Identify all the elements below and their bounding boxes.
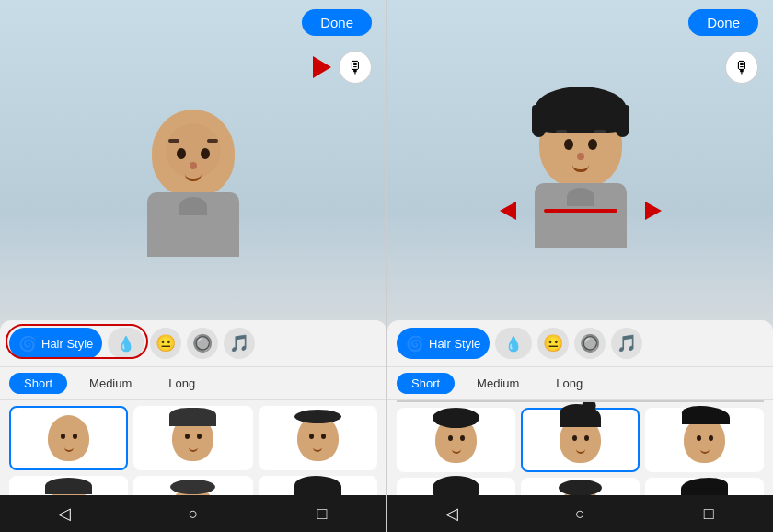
shirt <box>147 192 239 257</box>
right-mini-eyes-1 <box>448 435 465 441</box>
left-face-tab[interactable]: 😐 <box>150 328 181 359</box>
right-mini-hair-1 <box>433 408 479 428</box>
face-icon: 😐 <box>156 333 176 353</box>
hair-style-label: Hair Style <box>41 337 93 351</box>
right-mini-mouth-1 <box>452 449 461 454</box>
left-color-tab[interactable]: 💧 <box>108 328 144 359</box>
left-home-nav[interactable]: ○ <box>179 500 207 527</box>
left-hair-style-tab[interactable]: 🌀 Hair Style <box>9 328 102 359</box>
mini-mouth-3 <box>313 447 322 452</box>
left-glasses-tab[interactable]: 🔘 <box>187 328 218 359</box>
right-right-eye <box>588 139 597 150</box>
swipe-left-arrow <box>500 202 516 220</box>
right-face-tab[interactable]: 😐 <box>537 328 569 359</box>
left-panel: Done 🎙 <box>0 0 386 532</box>
left-hair-item-3[interactable] <box>259 406 377 470</box>
right-mini-avatar-1 <box>435 417 477 463</box>
right-eye <box>201 148 210 159</box>
mini-hair-5 <box>170 480 215 494</box>
right-glasses-tab[interactable]: 🔘 <box>574 328 606 359</box>
bald-head <box>152 110 235 197</box>
mini-hair-3 <box>294 410 341 423</box>
right-glasses-icon: 🔘 <box>580 333 600 353</box>
mini-eyes-3 <box>309 434 326 439</box>
right-hair-item-2[interactable] <box>521 408 640 472</box>
hair-side-right <box>616 105 629 137</box>
left-more-tab[interactable]: 🎵 <box>224 328 255 359</box>
right-color-icon: 💧 <box>504 335 523 353</box>
right-hair-style-tab[interactable]: 🌀 Hair Style <box>397 328 490 359</box>
right-nav-bar: ◁ ○ □ <box>387 495 773 532</box>
eyes <box>177 148 210 159</box>
right-square-nav[interactable]: □ <box>695 500 722 527</box>
right-panel: Done 🎙 <box>386 0 773 532</box>
right-top-bar: Done <box>387 0 773 46</box>
right-back-nav[interactable]: ◁ <box>438 500 466 527</box>
right-mini-hair-3 <box>682 406 730 424</box>
right-long-tab[interactable]: Long <box>541 373 597 394</box>
right-music-icon: 🎵 <box>617 333 637 353</box>
left-avatar-area <box>0 46 386 320</box>
music-icon: 🎵 <box>229 333 249 353</box>
left-style-tabs: Short Medium Long <box>0 367 386 400</box>
right-medium-tab[interactable]: Medium <box>462 373 534 394</box>
hair-icon: 🌀 <box>18 335 37 353</box>
left-medium-tab[interactable]: Medium <box>75 373 146 394</box>
right-avatar-area <box>387 46 773 320</box>
right-avatar <box>498 91 663 275</box>
right-hair-icon: 🌀 <box>406 335 424 353</box>
right-shirt <box>535 183 627 248</box>
right-category-tabs: 🌀 Hair Style 💧 😐 🔘 🎵 <box>387 320 773 367</box>
right-short-tab[interactable]: Short <box>397 373 455 394</box>
right-eyebrow <box>207 139 218 143</box>
nose <box>190 162 197 169</box>
right-hair-style-label: Hair Style <box>429 337 480 351</box>
right-mini-hair-spiky-2 <box>560 404 601 427</box>
left-back-nav[interactable]: ◁ <box>51 500 78 527</box>
mouth <box>185 174 202 181</box>
right-more-tab[interactable]: 🎵 <box>611 328 642 359</box>
mini-avatar-3 <box>297 415 339 461</box>
left-short-tab[interactable]: Short <box>9 373 67 394</box>
mini-hair-2 <box>169 408 216 426</box>
mini-eyes-1 <box>61 434 77 439</box>
left-square-nav[interactable]: □ <box>308 500 336 527</box>
mini-hair-6 <box>294 476 341 496</box>
right-hair-item-1[interactable] <box>397 408 515 472</box>
right-eyes <box>564 139 597 150</box>
right-mini-mouth-2 <box>576 449 585 454</box>
right-style-tabs: Short Medium Long <box>387 367 773 400</box>
left-top-bar: Done <box>0 0 386 46</box>
right-hair-item-3[interactable] <box>645 408 764 472</box>
right-left-eye <box>564 139 573 150</box>
swipe-right-arrow <box>645 202 662 220</box>
glasses-icon: 🔘 <box>192 333 213 353</box>
left-hair-item-1[interactable] <box>9 406 128 470</box>
hair-side-left <box>532 105 546 137</box>
right-done-button[interactable]: Done <box>688 9 758 36</box>
color-icon: 💧 <box>117 335 135 353</box>
left-hair-item-2[interactable] <box>133 406 252 470</box>
right-home-nav[interactable]: ○ <box>566 500 594 527</box>
hair-head <box>539 100 622 188</box>
left-long-tab[interactable]: Long <box>154 373 210 394</box>
mini-avatar-1 <box>48 415 89 461</box>
right-color-tab[interactable]: 💧 <box>495 328 532 359</box>
mini-mouth-1 <box>64 447 74 452</box>
right-mini-mouth-3 <box>700 449 710 454</box>
left-category-tabs: 🌀 Hair Style 💧 😐 🔘 🎵 <box>0 320 386 367</box>
hair-top <box>535 87 627 133</box>
right-mouth <box>572 165 589 172</box>
mini-hair-4 <box>45 478 92 494</box>
right-mini-avatar-3 <box>684 417 725 463</box>
right-face-icon: 😐 <box>543 333 563 353</box>
left-done-button[interactable]: Done <box>302 9 372 36</box>
right-mini-eyes-2 <box>572 435 589 441</box>
left-eye <box>177 148 186 159</box>
left-avatar <box>110 91 276 275</box>
left-nav-bar: ◁ ○ □ <box>0 495 386 532</box>
right-right-eyebrow <box>594 130 606 133</box>
right-mini-hair-5 <box>559 480 602 496</box>
right-mini-eyes-3 <box>697 435 713 441</box>
right-left-eyebrow <box>556 130 567 133</box>
